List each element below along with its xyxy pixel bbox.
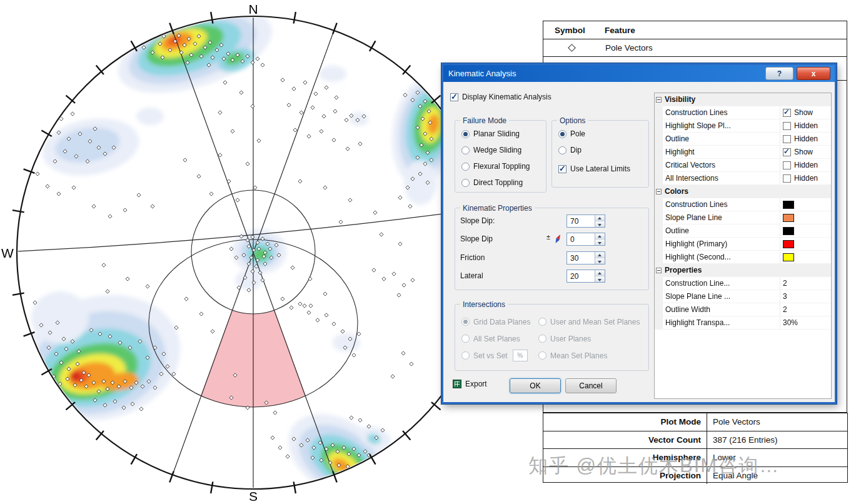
spin-up-icon[interactable] (595, 270, 605, 276)
grid-check-text: Show (794, 108, 813, 117)
radio-icon (461, 146, 470, 154)
spin-down-icon[interactable] (595, 239, 605, 245)
use-lateral-limits-checkbox[interactable]: Use Lateral Limits (558, 164, 630, 173)
pole-vector-symbol-icon (568, 44, 576, 52)
grid-row-slope-plane-line[interactable]: Slope Plane Line ...3 (655, 290, 831, 303)
slope-dip-input[interactable]: 70 (566, 214, 605, 228)
dialog-titlebar[interactable]: Kinematic Analysis ? x (443, 65, 835, 82)
grid-row-label: Outline (663, 224, 780, 237)
grid-row-construction-lines[interactable]: Construction Lines (655, 198, 831, 211)
grid-row-highlight-transpa[interactable]: Highlight Transpa...30% (655, 316, 831, 330)
color-swatch[interactable] (783, 227, 794, 235)
intersections-group-label: Intersections (460, 300, 508, 309)
grid-check-text: Hidden (794, 134, 818, 143)
grid-check-text: Show (794, 148, 813, 156)
radio-dip[interactable]: Dip (552, 142, 648, 158)
pole-vector-point (153, 31, 157, 34)
grid-gutter (655, 211, 663, 224)
spin-down-icon[interactable] (595, 258, 605, 264)
grid-gutter (655, 106, 663, 119)
grid-check-text: Hidden (794, 174, 818, 183)
grid-value-text[interactable]: 2 (783, 279, 787, 288)
lateral-input[interactable]: 20 (566, 270, 605, 283)
grid-checkbox[interactable] (783, 161, 791, 169)
grid-row-construction-lines[interactable]: Construction LinesShow (655, 106, 831, 119)
spin-up-icon[interactable] (595, 215, 605, 221)
grid-row-highlight-slope-pl[interactable]: Highlight Slope Pl...Hidden (655, 119, 831, 133)
grid-row-value: Show (780, 148, 831, 156)
grid-row-value: Show (780, 108, 831, 117)
radio-label: Dip (570, 146, 582, 154)
options-group: Options PoleDip Use Lateral Limits (551, 120, 649, 188)
grid-value-text[interactable]: 30% (783, 318, 798, 327)
radio-pole[interactable]: Pole (552, 126, 648, 142)
radio-grid-data-planes: Grid Data Planes (461, 313, 538, 330)
grid-checkbox[interactable] (783, 122, 791, 130)
spin-value[interactable]: 30 (567, 252, 595, 264)
friction-input[interactable]: 30 (566, 251, 605, 265)
grid-checkbox[interactable] (783, 148, 791, 156)
grid-check-text: Hidden (794, 121, 818, 130)
grid-category-properties[interactable]: Properties (655, 264, 831, 277)
collapse-icon[interactable] (656, 268, 662, 273)
grid-row-all-intersections[interactable]: All IntersectionsHidden (655, 172, 831, 185)
grid-gutter (655, 133, 663, 145)
grid-value-text[interactable]: 2 (783, 305, 787, 314)
legend-row: Pole Vectors (543, 39, 847, 57)
radio-label: Direct Toppling (473, 178, 523, 187)
grid-row-outline[interactable]: OutlineHidden (655, 133, 831, 146)
radio-label: Grid Data Planes (473, 318, 530, 326)
spin-up-icon[interactable] (595, 252, 605, 258)
spin-down-icon[interactable] (595, 276, 605, 282)
radio-flexural-toppling[interactable]: Flexural Toppling (455, 158, 546, 174)
grid-row-critical-vectors[interactable]: Critical VectorsHidden (655, 159, 831, 172)
radio-planar-sliding[interactable]: Planar Sliding (455, 126, 546, 142)
grid-value-text[interactable]: 3 (783, 292, 787, 301)
radio-label: Mean Set Planes (550, 351, 607, 360)
color-swatch[interactable] (783, 240, 794, 248)
radio-direct-toppling[interactable]: Direct Toppling (455, 174, 546, 191)
radio-set-vs-set: Set vs Set% (461, 347, 538, 364)
grid-row-highlight-primary[interactable]: Highlight (Primary) (655, 238, 831, 251)
spin-value[interactable]: 20 (567, 270, 595, 282)
grid-row-value: 3 (780, 292, 831, 301)
grid-row-label: Outline Width (663, 303, 780, 316)
grid-checkbox[interactable] (783, 174, 791, 183)
spin-down-icon[interactable] (595, 221, 605, 227)
cancel-button[interactable]: Cancel (565, 378, 617, 393)
radio-user-and-mean-set-planes: User and Mean Set Planes (538, 313, 648, 330)
grid-row-slope-plane-line[interactable]: Slope Plane Line (655, 211, 831, 224)
grid-row-construction-line[interactable]: Construction Line...2 (655, 277, 831, 290)
collapse-icon[interactable] (656, 189, 662, 194)
grid-row-highlight[interactable]: HighlightShow (655, 146, 831, 159)
help-button[interactable]: ? (765, 67, 793, 80)
grid-category-title: Colors (665, 187, 688, 196)
color-swatch[interactable] (783, 253, 794, 261)
grid-checkbox[interactable] (783, 135, 791, 143)
grid-category-colors[interactable]: Colors (655, 185, 831, 198)
ok-button[interactable]: OK (510, 378, 561, 393)
color-swatch[interactable] (783, 214, 794, 222)
collapse-icon[interactable] (656, 97, 662, 103)
pole-vector-point (353, 467, 357, 471)
grid-row-outline[interactable]: Outline (655, 224, 831, 238)
grid-checkbox[interactable] (783, 109, 791, 117)
grid-row-outline-width[interactable]: Outline Width2 (655, 303, 831, 316)
watermark-text: 知乎 @优土优木BIM咨询… (528, 453, 780, 479)
export-button[interactable]: Export (453, 380, 487, 388)
dip-direction-icon[interactable] (551, 233, 564, 246)
grid-row-highlight-second[interactable]: Highlight (Second... (655, 251, 831, 264)
grid-row-label: Highlight (Second... (663, 251, 780, 263)
grid-row-label: Slope Plane Line ... (663, 290, 780, 303)
spin-value[interactable]: 0 (567, 233, 595, 245)
slope-dip-input[interactable]: 0 (566, 233, 605, 246)
spin-up-icon[interactable] (595, 233, 605, 239)
close-button[interactable]: x (797, 67, 830, 80)
grid-category-visibility[interactable]: Visibility (655, 93, 831, 106)
spin-value[interactable]: 70 (567, 215, 595, 227)
radio-label: Set vs Set (473, 351, 508, 360)
display-kinematic-checkbox[interactable]: Display Kinematic Analysis (450, 93, 551, 101)
kinematic-field-row: Lateral20 (455, 270, 648, 283)
radio-wedge-sliding[interactable]: Wedge Sliding (455, 142, 546, 158)
color-swatch[interactable] (783, 201, 794, 209)
